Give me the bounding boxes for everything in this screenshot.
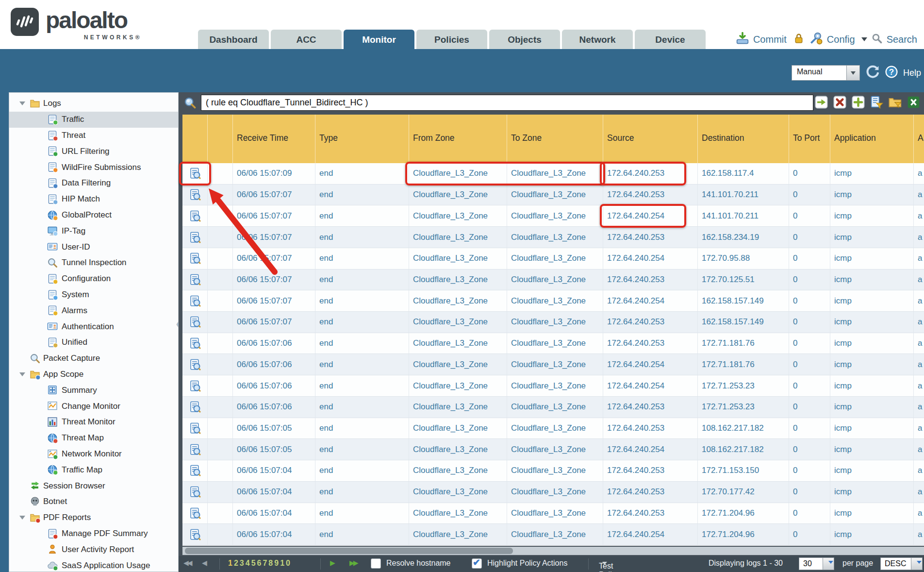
cell-to_zone[interactable]: Cloudflare_L3_Zone [507, 185, 603, 205]
cell-from_zone[interactable]: Cloudflare_L3_Zone [409, 185, 507, 205]
export-icon[interactable] [907, 96, 920, 109]
sidebar-item-traffic[interactable]: Traffic [9, 112, 178, 128]
sort-order-select[interactable]: DESC [880, 557, 911, 570]
cell-type[interactable]: end [315, 312, 409, 333]
sidebar-item-wildfire-submissions[interactable]: WildFire Submissions [9, 159, 178, 175]
sidebar-item-configuration[interactable]: Configuration [9, 271, 178, 287]
cell-action[interactable]: a [914, 482, 924, 503]
cell-from_zone[interactable]: Cloudflare_L3_Zone [409, 439, 507, 460]
cell-from_zone[interactable]: Cloudflare_L3_Zone [409, 333, 507, 354]
cell-to_port[interactable]: 0 [789, 397, 830, 418]
cell-action[interactable]: a [914, 333, 924, 354]
log-detail-icon[interactable] [189, 168, 201, 179]
cell-type[interactable]: end [315, 205, 409, 226]
page-number-5[interactable]: 5 [251, 559, 257, 567]
sidebar-item-globalprotect[interactable]: GlobalProtect [9, 207, 178, 223]
cell-to_port[interactable]: 0 [789, 269, 830, 290]
cell-from_zone[interactable]: Cloudflare_L3_Zone [409, 269, 507, 290]
select-dropdown-button[interactable] [846, 66, 859, 80]
cell-source[interactable]: 172.64.240.253 [603, 482, 698, 503]
tab-monitor[interactable]: Monitor [344, 30, 414, 49]
config-icon[interactable] [809, 32, 823, 48]
page-number-2[interactable]: 2 [234, 559, 240, 567]
column-header-to_zone[interactable]: To Zone [507, 115, 603, 163]
page-number-7[interactable]: 7 [263, 559, 268, 567]
cell-to_zone[interactable]: Cloudflare_L3_Zone [507, 290, 603, 311]
scrollbar-thumb[interactable] [185, 548, 513, 554]
cell-application[interactable]: icmp [830, 354, 914, 375]
cell-to_zone[interactable]: Cloudflare_L3_Zone [507, 354, 603, 375]
cell-type[interactable]: end [315, 460, 409, 481]
cell-receive_time[interactable]: 06/06 15:07:06 [233, 333, 315, 354]
cell-destination[interactable]: 108.162.217.182 [698, 418, 789, 439]
cell-receive_time[interactable]: 06/06 15:07:05 [233, 439, 315, 460]
cell-to_zone[interactable]: Cloudflare_L3_Zone [507, 227, 603, 248]
highlight-policy-checkbox[interactable]: ✔ [472, 558, 482, 569]
cell-destination[interactable]: 172.71.204.96 [698, 524, 789, 545]
page-number-8[interactable]: 8 [268, 559, 274, 567]
sidebar-item-url-filtering[interactable]: URL Filtering [9, 143, 178, 159]
cell-to_zone[interactable]: Cloudflare_L3_Zone [507, 269, 603, 290]
column-header-from_zone[interactable]: From Zone [409, 115, 507, 163]
tab-acc[interactable]: ACC [271, 30, 342, 49]
cell-source[interactable]: 172.64.240.253 [603, 460, 698, 481]
page-number-6[interactable]: 6 [257, 559, 263, 567]
caret-down-icon[interactable] [861, 37, 867, 41]
sidebar-item-data-filtering[interactable]: Data Filtering [9, 175, 178, 191]
cell-action[interactable]: a [914, 163, 924, 184]
per-page-dropdown-button[interactable] [823, 557, 834, 570]
cell-destination[interactable]: 162.158.234.19 [698, 227, 789, 248]
cell-type[interactable]: end [315, 397, 409, 418]
column-header-application[interactable]: Application [830, 115, 914, 163]
cell-from_zone[interactable]: Cloudflare_L3_Zone [409, 290, 507, 311]
first-page-button[interactable]: ◀◀ [183, 559, 191, 567]
cell-destination[interactable]: 172.71.253.23 [698, 375, 789, 396]
cell-type[interactable]: end [315, 269, 409, 290]
cell-action[interactable]: a [914, 290, 924, 311]
cell-application[interactable]: icmp [830, 312, 914, 333]
cell-type[interactable]: end [315, 439, 409, 460]
cell-receive_time[interactable]: 06/06 15:07:06 [233, 375, 315, 396]
cell-type[interactable]: end [315, 524, 409, 545]
sidebar-item-threat-monitor[interactable]: Threat Monitor [9, 414, 178, 430]
cell-destination[interactable]: 172.71.181.76 [698, 333, 789, 354]
cell-application[interactable]: icmp [830, 227, 914, 248]
cell-from_zone[interactable]: Cloudflare_L3_Zone [409, 248, 507, 269]
sidebar-item-hip-match[interactable]: HIP Match [9, 191, 178, 207]
cell-to_port[interactable]: 0 [789, 333, 830, 354]
cell-application[interactable]: icmp [830, 418, 914, 439]
cell-destination[interactable]: 162.158.157.149 [698, 290, 789, 311]
cell-source[interactable]: 172.64.240.254 [603, 439, 698, 460]
sidebar-item-ip-tag[interactable]: IP-Tag [9, 223, 178, 239]
cell-application[interactable]: icmp [830, 503, 914, 524]
cell-application[interactable]: icmp [830, 397, 914, 418]
tab-network[interactable]: Network [562, 30, 633, 49]
log-detail-icon[interactable] [189, 210, 201, 222]
cell-destination[interactable]: 162.158.117.4 [698, 163, 789, 184]
cell-from_zone[interactable]: Cloudflare_L3_Zone [409, 524, 507, 545]
page-number-1[interactable]: 1 [228, 559, 234, 567]
cell-destination[interactable]: 172.71.181.76 [698, 354, 789, 375]
cell-action[interactable]: a [914, 524, 924, 545]
cell-action[interactable]: a [914, 312, 924, 333]
cell-application[interactable]: icmp [830, 269, 914, 290]
sidebar-item-manage-pdf-summary[interactable]: Manage PDF Summary [9, 526, 178, 542]
help-icon[interactable]: ? [885, 66, 898, 80]
cell-to_zone[interactable]: Cloudflare_L3_Zone [507, 524, 603, 545]
cell-action[interactable]: a [914, 205, 924, 226]
cell-receive_time[interactable]: 06/06 15:07:07 [233, 269, 315, 290]
sidebar-item-alarms[interactable]: Alarms [9, 303, 178, 319]
cell-action[interactable]: a [914, 248, 924, 269]
cell-to_port[interactable]: 0 [789, 205, 830, 226]
cell-action[interactable]: a [914, 354, 924, 375]
cell-from_zone[interactable]: Cloudflare_L3_Zone [409, 460, 507, 481]
cell-receive_time[interactable]: 06/06 15:07:07 [233, 205, 315, 226]
sidebar-item-tunnel-inspection[interactable]: Tunnel Inspection [9, 255, 178, 271]
cell-to_port[interactable]: 0 [789, 312, 830, 333]
cell-to_zone[interactable]: Cloudflare_L3_Zone [507, 205, 603, 226]
cell-to_port[interactable]: 0 [789, 524, 830, 545]
tree-expander-icon[interactable] [19, 101, 25, 105]
horizontal-scrollbar[interactable] [182, 547, 924, 555]
cell-from_zone[interactable]: Cloudflare_L3_Zone [409, 397, 507, 418]
column-header-destination[interactable]: Destination [698, 115, 789, 163]
